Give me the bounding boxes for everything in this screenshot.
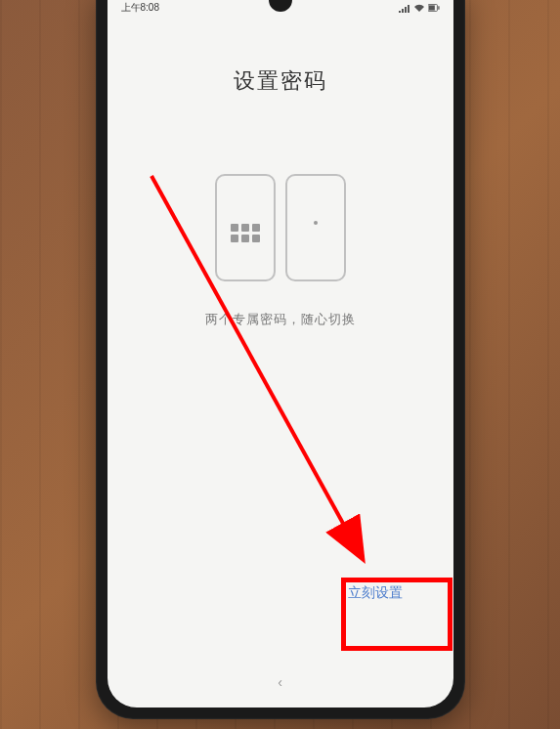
nav-bar: ‹ xyxy=(108,674,453,690)
phone-frame: 上午8:08 设置密码 xyxy=(96,0,465,719)
svg-rect-1 xyxy=(428,5,434,10)
svg-rect-2 xyxy=(438,6,439,9)
dot-icon xyxy=(314,221,318,225)
setup-now-button[interactable]: 立刻设置 xyxy=(348,584,403,602)
status-time: 上午8:08 xyxy=(121,1,159,15)
description-text: 两个专属密码，随心切换 xyxy=(205,311,356,328)
signal-icon xyxy=(399,3,410,13)
illustration-phone-right xyxy=(285,174,346,281)
keypad-icon xyxy=(231,213,260,242)
battery-icon xyxy=(428,3,440,13)
illustration-phone-left xyxy=(215,174,276,281)
page-title: 设置密码 xyxy=(234,66,327,96)
content-area: 设置密码 两个专属密码，随心切换 xyxy=(108,18,453,328)
status-icons xyxy=(399,3,440,13)
wifi-icon xyxy=(413,3,425,13)
back-button[interactable]: ‹ xyxy=(278,674,282,690)
illustration xyxy=(215,174,346,281)
phone-screen: 上午8:08 设置密码 xyxy=(108,0,453,708)
